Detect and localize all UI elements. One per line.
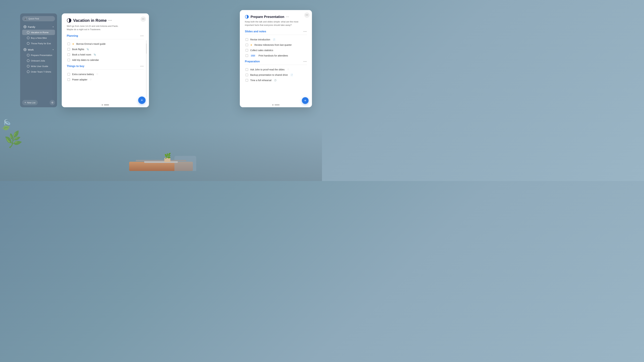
task-item: Book flights 📎 — [67, 46, 144, 52]
order-tshirts-label: Order Team T-Shirts — [31, 70, 51, 73]
attachment-icon: 📎 — [86, 48, 89, 50]
buy-bike-icon — [27, 36, 30, 39]
indicator-dot — [102, 104, 103, 106]
vacation-card-title: Vacation in Rome — [73, 18, 107, 23]
new-list-label: New List — [27, 101, 36, 104]
task-checkbox[interactable] — [68, 48, 70, 51]
task-text: Extra camera battery — [72, 73, 94, 76]
new-list-button[interactable]: + New List — [22, 100, 38, 105]
sidebar-item-order-tshirts[interactable]: Order Team T-Shirts — [22, 69, 55, 74]
things-to-buy-section-header: Things to buy ••• — [67, 65, 144, 68]
planning-divider — [67, 39, 144, 39]
attachment-icon: ♡ — [96, 73, 98, 76]
vacation-title-row: Vacation in Rome ••• — [67, 18, 144, 23]
task-checkbox[interactable] — [68, 53, 70, 56]
order-tshirts-icon — [27, 70, 30, 73]
vacation-rome-card: ••• Vacation in Rome ••• We'll go from J… — [62, 13, 149, 107]
throw-party-label: Throw Party for Eve — [31, 42, 51, 45]
card-indicators — [102, 104, 109, 106]
family-chevron-icon: ▾ — [53, 26, 54, 28]
mic-icon: 🎤 — [24, 17, 27, 20]
task-text: Power adapter — [72, 78, 88, 81]
planning-section-dots[interactable]: ••• — [140, 34, 144, 37]
search-bar[interactable]: 🎤 Quick Find — [22, 16, 55, 21]
write-user-guide-label: Write User Guide — [31, 65, 48, 67]
menu-dots-icon: ••• — [142, 18, 144, 20]
prepare-presentation-label: Prepare Presentation — [31, 54, 52, 56]
planning-section: Planning ••• ★ Borrow Emma's travel guid… — [67, 34, 144, 63]
new-list-plus-icon: + — [24, 101, 26, 104]
sidebar-item-buy-bike[interactable]: Buy a New Bike — [22, 35, 55, 40]
task-text: Book flights — [72, 48, 84, 51]
task-checkbox[interactable] — [68, 78, 70, 81]
task-item: Power adapter ♡ — [67, 77, 144, 82]
task-item: Book a hotel room 📎 — [67, 52, 144, 57]
gear-icon: ⚙ — [51, 101, 54, 104]
work-group-icon — [24, 48, 26, 51]
sidebar: 🎤 Quick Find Family ▾ Va — [20, 13, 57, 107]
add-task-fab-button[interactable]: + — [138, 96, 146, 104]
sidebar-item-vacation-rome[interactable]: Vacation in Rome — [22, 30, 55, 35]
things-to-buy-section-title: Things to buy — [67, 65, 84, 68]
work-group-label: Work — [28, 48, 34, 51]
task-checkbox[interactable] — [68, 42, 70, 45]
family-group-label: Family — [28, 25, 35, 28]
planning-section-title: Planning — [67, 34, 78, 37]
vacation-rome-label: Vacation in Rome — [31, 31, 49, 34]
settings-button[interactable]: ⚙ — [50, 100, 55, 105]
sidebar-group-work: Work ▾ Prepare Presentation Onboard Juli… — [22, 47, 55, 74]
buy-bike-label: Buy a New Bike — [31, 37, 47, 39]
prepare-presentation-icon — [27, 54, 30, 56]
things-to-buy-section-dots[interactable]: ••• — [140, 65, 144, 67]
task-text: Borrow Emma's travel guide — [76, 42, 106, 45]
sidebar-item-throw-party[interactable]: Throw Party for Eve — [22, 41, 55, 46]
vacation-title-dots[interactable]: ••• — [108, 19, 112, 22]
onboard-julia-label: Onboard Julia — [31, 59, 45, 62]
sidebar-item-prepare-presentation[interactable]: Prepare Presentation — [22, 52, 55, 58]
attachment-icon: 📎 — [94, 53, 96, 56]
task-checkbox[interactable] — [68, 59, 70, 61]
task-text: Add trip dates to calendar — [72, 59, 99, 61]
planning-section-header: Planning ••• — [67, 34, 144, 37]
work-chevron-icon: ▾ — [53, 49, 54, 51]
star-icon: ★ — [72, 42, 74, 45]
search-label: Quick Find — [28, 17, 39, 20]
sidebar-item-onboard-julia[interactable]: Onboard Julia — [22, 58, 55, 63]
sidebar-footer: + New List ⚙ — [22, 100, 55, 105]
task-item: Extra camera battery ♡ — [67, 71, 144, 77]
sidebar-group-family: Family ▾ Vacation in Rome Buy a New Bike… — [22, 24, 55, 46]
task-item: ★ Borrow Emma's travel guide — [67, 41, 144, 46]
sidebar-item-write-user-guide[interactable]: Write User Guide — [22, 63, 55, 69]
vacation-title-icon — [67, 18, 72, 23]
onboard-julia-icon — [27, 59, 30, 62]
task-checkbox[interactable] — [68, 73, 70, 76]
things-to-buy-section: Things to buy ••• Extra camera battery ♡… — [67, 65, 144, 82]
attachment-icon: ♡ — [90, 78, 92, 81]
add-icon: + — [141, 98, 143, 102]
vacation-card-menu-button[interactable]: ••• — [140, 16, 146, 22]
family-group-icon — [24, 25, 26, 28]
write-user-guide-icon — [27, 65, 30, 67]
throw-party-icon — [27, 42, 30, 45]
sidebar-group-work-header[interactable]: Work ▾ — [22, 47, 55, 52]
card-scrollbar-thumb — [146, 43, 146, 54]
task-text: Book a hotel room — [72, 53, 91, 56]
indicator-bar-active — [104, 105, 109, 105]
sidebar-group-family-header[interactable]: Family ▾ — [22, 24, 55, 30]
task-item: Add trip dates to calendar — [67, 57, 144, 63]
vacation-card-description: We'll go from June 14-22 and visit Anton… — [67, 24, 144, 31]
card-scrollbar[interactable] — [146, 40, 146, 97]
vacation-rome-icon — [27, 31, 30, 34]
